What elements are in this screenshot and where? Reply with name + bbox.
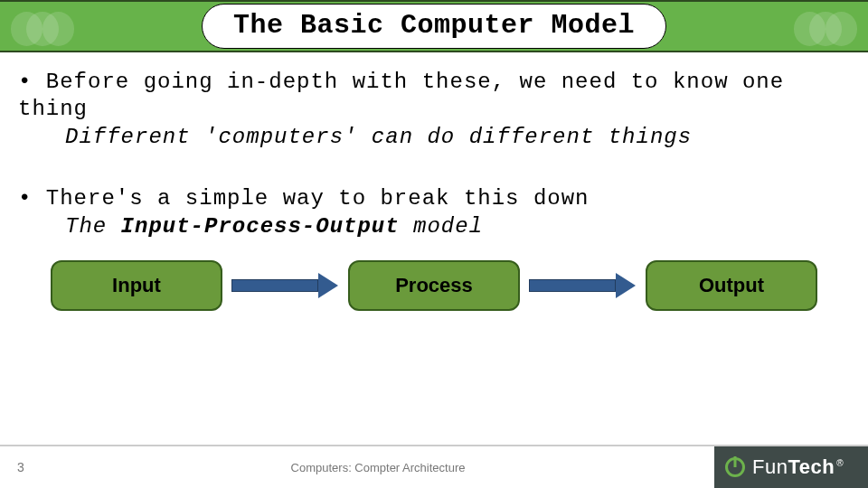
flow-box-output: Output: [646, 260, 817, 311]
brand-text: FunTech®: [752, 455, 844, 479]
brand-logo: FunTech®: [714, 446, 868, 488]
content-area: Before going in-depth with these, we nee…: [0, 52, 868, 311]
footer-bar: 3 Computers: Compter Architecture FunTec…: [0, 446, 868, 488]
ribbon-decor-left: [11, 9, 74, 49]
flow-box-input: Input: [51, 260, 222, 311]
brand-fun: Fun: [752, 455, 788, 478]
arrow-icon: [231, 275, 340, 296]
ipo-bold-term: Input-Process-Output: [121, 214, 400, 239]
ipo-flow: Input Process Output: [18, 260, 850, 311]
bullet-1: Before going in-depth with these, we nee…: [18, 69, 850, 123]
bullet-2: There's a simple way to break this down: [18, 185, 850, 212]
footer-subject: Computers: Compter Architecture: [42, 461, 714, 474]
ipo-suffix: model: [400, 214, 483, 239]
brand-tech: Tech: [788, 455, 835, 478]
page-number: 3: [0, 460, 42, 474]
flow-box-process: Process: [348, 260, 520, 311]
slide: The Basic Computer Model Before going in…: [0, 0, 868, 488]
arrow-shaft: [231, 279, 318, 292]
power-icon: [725, 457, 745, 477]
bullet-2-sub: The Input-Process-Output model: [65, 214, 850, 239]
spacer: [18, 149, 850, 185]
footer: 3 Computers: Compter Architecture FunTec…: [0, 445, 868, 488]
arrow-head: [318, 273, 338, 298]
arrow-icon: [529, 275, 637, 296]
ribbon-decor-right: [794, 9, 857, 49]
brand-registered: ®: [836, 458, 844, 468]
slide-title: The Basic Computer Model: [202, 4, 666, 49]
bullet-1-sub: Different 'computers' can do different t…: [65, 125, 850, 149]
arrow-shaft: [529, 279, 616, 292]
arrow-head: [616, 273, 636, 298]
decor-circle: [826, 12, 857, 46]
decor-circle: [42, 12, 74, 46]
ipo-prefix: The: [65, 214, 121, 239]
title-ribbon: The Basic Computer Model: [0, 0, 868, 52]
